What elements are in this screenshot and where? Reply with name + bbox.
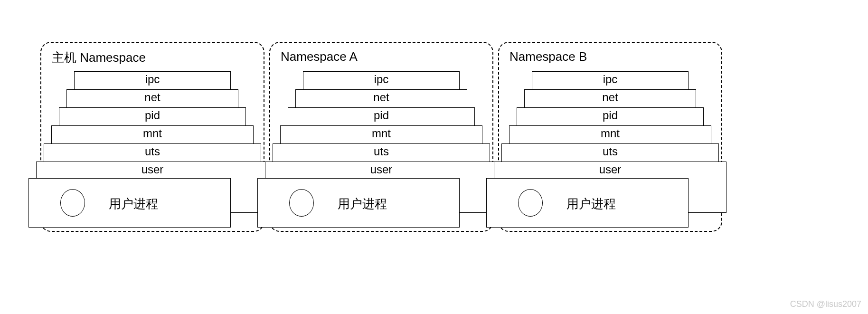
process-label: 用户进程 [109,196,158,212]
namespace-title: Namespace A [281,49,358,64]
layer-label: mnt [281,126,482,141]
namespace-box: 主机 Namespaceipcnetpidmntutsuser用户进程 [40,42,264,232]
layer-label: user [265,162,497,177]
layer-label: ipc [532,72,688,87]
process-icon [518,189,543,217]
layer-label: net [525,90,696,105]
layer-stack: ipcnetpidmntutsuser用户进程 [518,71,703,261]
process-label: 用户进程 [566,196,616,212]
user-process-box: 用户进程 [257,178,460,228]
process-icon [289,189,314,217]
namespace-box: Namespace Aipcnetpidmntutsuser用户进程 [269,42,493,232]
layer-label: uts [273,144,490,159]
layer-label: pid [59,108,245,123]
process-icon [60,189,85,217]
layer-label: ipc [75,72,230,87]
layer-label: uts [502,144,718,159]
layer-label: user [37,162,268,177]
namespace-box: Namespace Bipcnetpidmntutsuser用户进程 [498,42,722,232]
layer-label: user [494,162,726,177]
layer-stack: ipcnetpidmntutsuser用户进程 [60,71,245,261]
watermark-text: CSDN @lisus2007 [790,299,861,309]
namespace-title: 主机 Namespace [52,49,146,66]
layer-label: ipc [303,72,459,87]
diagram-canvas: 主机 Namespaceipcnetpidmntutsuser用户进程Names… [0,0,868,314]
namespace-title: Namespace B [509,49,587,64]
layer-label: net [296,90,467,105]
user-process-box: 用户进程 [486,178,689,228]
layer-label: net [67,90,238,105]
layer-label: mnt [52,126,253,141]
layer-label: uts [44,144,261,159]
layer-label: pid [517,108,703,123]
user-process-box: 用户进程 [28,178,231,228]
layer-stack: ipcnetpidmntutsuser用户进程 [289,71,474,261]
layer-label: pid [288,108,474,123]
layer-label: mnt [509,126,711,141]
process-label: 用户进程 [338,196,387,212]
